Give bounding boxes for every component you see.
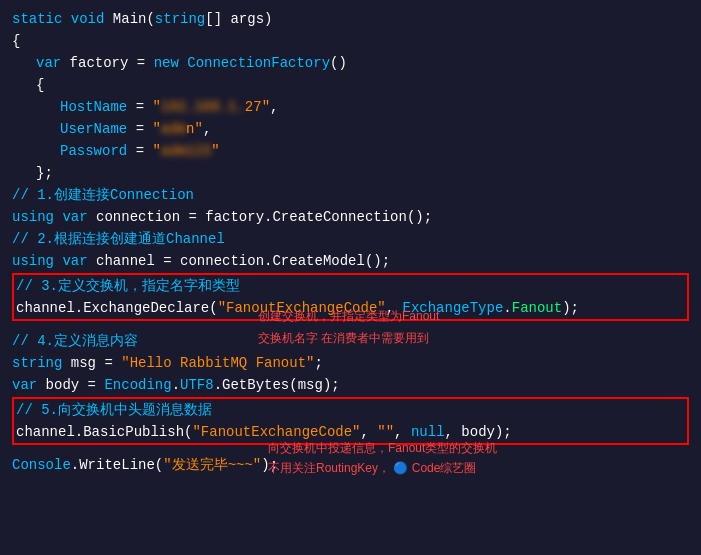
keyword-using-1: using <box>12 206 62 228</box>
keyword-var-2: var <box>62 206 96 228</box>
code-line-7: Password = " adm123 " <box>12 140 689 162</box>
annotation-3: 向交换机中投递信息，Fanout类型的交换机 <box>268 440 497 457</box>
prop-hostname: HostName <box>60 96 136 118</box>
annotation-1: 创建交换机，并指定类型为Fanout <box>258 308 439 325</box>
blurred-hostname: 192.168.1. <box>161 96 245 118</box>
code-line-17: string msg = "Hello RabbitMQ Fanout" ; <box>12 352 689 374</box>
code-line-2: { <box>12 30 689 52</box>
dot-1: . <box>503 297 511 319</box>
keyword-void: void <box>71 8 113 30</box>
code-line-10: using var connection = factory. CreateCo… <box>12 206 689 228</box>
keyword-using-2: using <box>12 250 62 272</box>
val-username: " <box>152 118 160 140</box>
comma-hostname: , <box>270 96 278 118</box>
method-basicpublish: BasicPublish <box>83 421 184 443</box>
dot-utf8: . <box>214 374 222 396</box>
eq-username: = <box>136 118 153 140</box>
paren-open-1: ( <box>209 297 217 319</box>
logo-text: 🔵 <box>393 461 408 475</box>
comment-5: // 5.向交换机中头题消息数据 <box>16 399 212 421</box>
comment-3: // 3.定义交换机，指定名字和类型 <box>16 275 240 297</box>
blurred-password: adm123 <box>161 140 211 162</box>
keyword-var-3: var <box>62 250 96 272</box>
keyword-static: static <box>12 8 71 30</box>
paren-open-2: ( <box>184 421 192 443</box>
exchangetype-fanout: Fanout <box>512 297 562 319</box>
paren: () <box>330 52 347 74</box>
dot-console: . <box>71 454 79 476</box>
prop-password: Password <box>60 140 136 162</box>
code-line-8: }; <box>12 162 689 184</box>
keyword-string-2: string <box>12 352 71 374</box>
method-getbytes: GetBytes <box>222 374 289 396</box>
code-line-19: // 5.向交换机中头题消息数据 <box>16 399 685 421</box>
annotation-2: 交换机名字 在消费者中需要用到 <box>258 330 429 347</box>
method-createmodel: CreateModel <box>272 250 364 272</box>
code-line-12: using var channel = connection. CreateMo… <box>12 250 689 272</box>
channel-ref-1: channel. <box>16 297 83 319</box>
code-editor: static void Main( string [] args) { var … <box>0 0 701 555</box>
method-exchangedeclare: ExchangeDeclare <box>83 297 209 319</box>
val-writeline: "发送完毕~~~" <box>163 454 261 476</box>
var-factory: factory <box>70 52 137 74</box>
logo-label: Code综艺圈 <box>412 461 477 475</box>
paren-createconn: (); <box>407 206 432 228</box>
args: [] args) <box>205 8 272 30</box>
classname-encoding: Encoding <box>104 374 171 396</box>
method-main: Main( <box>113 8 155 30</box>
eq-hostname: = <box>136 96 153 118</box>
open-brace-outer: { <box>12 30 20 52</box>
comment-1: // 1.创建连接Connection <box>12 184 194 206</box>
keyword-var-4: var <box>12 374 46 396</box>
code-line-18: var body = Encoding . UTF8 . GetBytes (m… <box>12 374 689 396</box>
comma-username: , <box>203 118 211 140</box>
code-line-13: // 3.定义交换机，指定名字和类型 <box>16 275 685 297</box>
var-body: body = <box>46 374 105 396</box>
val-msg: "Hello RabbitMQ Fanout" <box>121 352 314 374</box>
semi-msg: ; <box>314 352 322 374</box>
var-channel: channel = connection. <box>96 250 272 272</box>
code-line-4: { <box>12 74 689 96</box>
red-box-2: // 5.向交换机中头题消息数据 channel. BasicPublish (… <box>12 397 689 445</box>
code-line-1: static void Main( string [] args) <box>12 8 689 30</box>
val-password: " <box>152 140 160 162</box>
eq-password: = <box>136 140 153 162</box>
keyword-new: new <box>154 52 188 74</box>
method-createconn: CreateConnection <box>272 206 406 228</box>
classname-cf: ConnectionFactory <box>187 52 330 74</box>
val-hostname2: 27" <box>245 96 270 118</box>
code-line-5: HostName = " 192.168.1. 27" , <box>12 96 689 118</box>
paren-open-3: ( <box>155 454 163 476</box>
val-username2: n" <box>186 118 203 140</box>
close-brace-inner: }; <box>36 162 53 184</box>
code-line-3: var factory = new ConnectionFactory () <box>12 52 689 74</box>
val-password2: " <box>211 140 219 162</box>
keyword-var: var <box>36 52 70 74</box>
keyword-string: string <box>155 8 205 30</box>
var-msg: msg = <box>71 352 121 374</box>
equals: = <box>137 52 154 74</box>
code-line-6: UserName = " adm n" , <box>12 118 689 140</box>
method-writeline: WriteLine <box>79 454 155 476</box>
val-hostname: " <box>152 96 160 118</box>
prop-username: UserName <box>60 118 136 140</box>
classname-utf8: UTF8 <box>180 374 214 396</box>
comment-4: // 4.定义消息内容 <box>12 330 138 352</box>
code-line-11: // 2.根据连接创建通道Channel <box>12 228 689 250</box>
code-line-9: // 1.创建连接Connection <box>12 184 689 206</box>
classname-console: Console <box>12 454 71 476</box>
open-brace-inner: { <box>36 74 44 96</box>
annotation-4: 不用关注RoutingKey， 🔵 Code综艺圈 <box>268 460 476 477</box>
blurred-username: adm <box>161 118 186 140</box>
paren-getbytes: (msg); <box>289 374 339 396</box>
var-connection: connection = factory. <box>96 206 272 228</box>
paren-close-1: ); <box>562 297 579 319</box>
paren-createmodel: (); <box>365 250 390 272</box>
comment-2: // 2.根据连接创建通道Channel <box>12 228 225 250</box>
channel-ref-2: channel. <box>16 421 83 443</box>
dot-encoding: . <box>172 374 180 396</box>
